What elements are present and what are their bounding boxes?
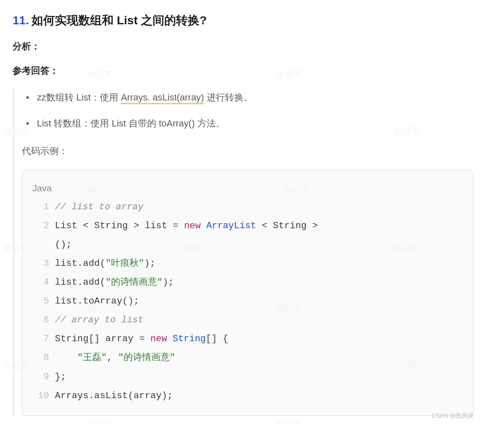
line-number: 6 bbox=[32, 311, 49, 330]
code-example-label: 代码示例： bbox=[22, 145, 474, 157]
bullet-list: zz数组转 List：使用 Arrays. asList(array) 进行转换… bbox=[22, 89, 474, 132]
watermark-text: 陈冠宇 bbox=[88, 418, 114, 424]
code-line: 1// list to array bbox=[32, 198, 463, 216]
list-item: zz数组转 List：使用 Arrays. asList(array) 进行转换… bbox=[22, 89, 474, 106]
underlined-text: Arrays. asList(array) bbox=[121, 92, 204, 104]
answer-block: zz数组转 List：使用 Arrays. asList(array) 进行转换… bbox=[13, 89, 474, 416]
line-number: 4 bbox=[32, 273, 49, 292]
code-line: (); bbox=[32, 235, 463, 254]
question-number: 11. bbox=[13, 14, 29, 27]
line-number: 1 bbox=[32, 198, 49, 216]
code-line: 4list.add("的诗情画意"); bbox=[32, 273, 463, 292]
line-number: 10 bbox=[32, 386, 49, 405]
watermark-text: 陈冠宇 bbox=[277, 418, 302, 424]
line-number: 8 bbox=[32, 348, 49, 367]
reference-answer-label: 参考回答： bbox=[13, 64, 474, 77]
code-line: 10Arrays.asList(array); bbox=[32, 386, 463, 405]
code-language-label: Java bbox=[32, 179, 463, 198]
line-number: 7 bbox=[32, 330, 49, 348]
code-line: 2List < String > list = new ArrayList < … bbox=[32, 216, 463, 235]
analysis-label: 分析： bbox=[13, 40, 474, 53]
code-line: 9}; bbox=[32, 368, 463, 386]
code-line: 8 "王磊", "的诗情画意" bbox=[32, 348, 463, 367]
code-lines: 1// list to array2List < String > list =… bbox=[32, 198, 463, 405]
question-heading: 11.如何实现数组和 List 之间的转换? bbox=[13, 13, 474, 28]
question-title: 如何实现数组和 List 之间的转换? bbox=[31, 14, 207, 27]
code-line: 5list.toArray(); bbox=[32, 292, 463, 311]
footer-credit: CSDN @陈风凌 bbox=[432, 412, 474, 420]
code-line: 7String[] array = new String[] { bbox=[32, 330, 463, 348]
line-number: 2 bbox=[32, 216, 49, 235]
line-number: 9 bbox=[32, 368, 49, 386]
line-number: 3 bbox=[32, 254, 49, 273]
line-number: 5 bbox=[32, 292, 49, 311]
code-line: 3list.add("叶痕秋"); bbox=[32, 254, 463, 273]
code-block: Java 1// list to array2List < String > l… bbox=[22, 170, 474, 416]
list-item: List 转数组：使用 List 自带的 toArray() 方法。 bbox=[22, 115, 474, 132]
code-line: 6// array to list bbox=[32, 311, 463, 330]
